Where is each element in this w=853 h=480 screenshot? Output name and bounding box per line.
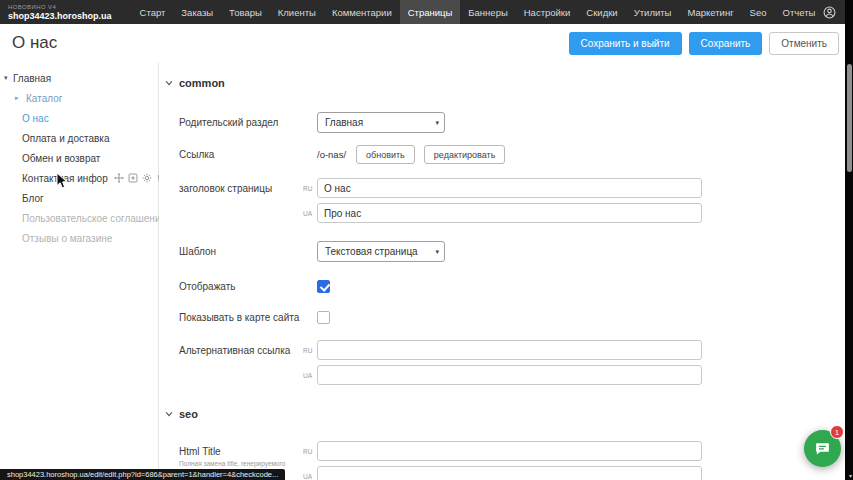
menu-item-marketing[interactable]: Маркетинг: [679, 0, 741, 24]
display-row: Отображать: [163, 280, 845, 293]
main-menu: Старт Заказы Товары Клиенты Комментарии …: [132, 0, 824, 24]
alt-link-ru-input[interactable]: [317, 340, 702, 360]
sitemap-checkbox[interactable]: [317, 311, 330, 324]
parent-section-row: Родительский раздел Главная ▾: [163, 112, 845, 133]
account-icon[interactable]: [823, 6, 836, 19]
html-title-hint: Полная замена title, генерируемого: [179, 460, 309, 468]
sidebar-item-katalog[interactable]: ▸ Каталог: [0, 88, 158, 108]
parent-section-select[interactable]: Главная ▾: [317, 112, 445, 133]
html-title-label: Html Title Полная замена title, генериру…: [163, 441, 317, 468]
menu-item-banners[interactable]: Баннеры: [460, 0, 515, 24]
link-row: Ссылка /o-nas/ обновить редактировать: [163, 145, 845, 164]
menu-item-seo[interactable]: Seo: [742, 0, 775, 24]
menu-item-pages[interactable]: Страницы: [400, 0, 461, 24]
section-common[interactable]: common: [165, 76, 845, 90]
chevron-down-icon[interactable]: ▾: [4, 74, 8, 82]
link-update-button[interactable]: обновить: [356, 145, 415, 164]
lang-ru-label: RU: [303, 448, 312, 455]
chevron-right-icon[interactable]: ▸: [15, 94, 19, 102]
sidebar-item-glavnaya[interactable]: ▾ Главная: [0, 68, 158, 88]
sidebar-item-label: Главная: [13, 73, 51, 84]
save-exit-button[interactable]: Сохранить и выйти: [569, 32, 682, 55]
sidebar-item-kontaktnaya-info[interactable]: Контактная инфор: [0, 168, 158, 188]
page-title-row: заголовок страницы RU UA: [163, 178, 845, 223]
sidebar-item-obmen-vozvrat[interactable]: Обмен и возврат: [0, 148, 158, 168]
sidebar-item-otzyvy[interactable]: Отзывы о магазине: [0, 228, 158, 248]
gear-icon[interactable]: [142, 173, 152, 183]
chat-unread-badge: 1: [830, 425, 844, 439]
sitemap-label: Показывать в карте сайта: [163, 312, 317, 323]
status-url-tooltip: shop34423.horoshop.ua/edit/edit.php?id=6…: [0, 469, 285, 480]
lang-ua-label: UA: [303, 473, 312, 480]
sidebar-item-o-nas[interactable]: О нас: [0, 108, 158, 128]
section-seo-label: seo: [179, 408, 198, 420]
sitemap-row: Показывать в карте сайта: [163, 311, 845, 324]
add-icon[interactable]: [128, 173, 138, 183]
menu-item-comments[interactable]: Комментарии: [324, 0, 400, 24]
section-common-label: common: [179, 77, 225, 89]
cancel-button[interactable]: Отменить: [769, 32, 839, 55]
page-edit-form: common Родительский раздел Главная ▾ Ссы…: [159, 62, 845, 480]
alt-link-label: Альтернативная ссылка: [163, 340, 317, 356]
link-label: Ссылка: [163, 149, 317, 160]
sidebar-item-label: Каталог: [26, 93, 62, 104]
pages-tree: ▾ Главная ▸ Каталог О нас Оплата и доста…: [0, 62, 158, 480]
section-seo[interactable]: seo: [165, 407, 845, 421]
menu-item-orders[interactable]: Заказы: [173, 0, 221, 24]
window-scrollbar: ▾: [845, 0, 853, 480]
link-edit-button[interactable]: редактировать: [424, 145, 506, 164]
scrollbar-thumb[interactable]: [847, 64, 852, 172]
sidebar-item-oplata-dostavka[interactable]: Оплата и доставка: [0, 128, 158, 148]
menu-item-reports[interactable]: Отчеты: [775, 0, 824, 24]
menu-item-start[interactable]: Старт: [132, 0, 174, 24]
scrollbar-down-icon[interactable]: ▾: [849, 472, 852, 479]
lang-ru-label: RU: [303, 185, 312, 192]
header-buttons: Сохранить и выйти Сохранить Отменить: [569, 32, 840, 55]
parent-section-value: Главная: [325, 117, 363, 128]
menu-item-settings[interactable]: Настройки: [516, 0, 579, 24]
display-checkbox[interactable]: [317, 280, 330, 293]
chat-launcher-button[interactable]: 1: [804, 430, 841, 467]
page-title-ru-input[interactable]: [317, 178, 702, 198]
chevron-down-icon: [165, 79, 173, 87]
menu-item-products[interactable]: Товары: [221, 0, 270, 24]
sidebar-item-label: Контактная инфор: [22, 173, 108, 184]
save-button[interactable]: Сохранить: [689, 32, 763, 55]
alt-link-ua-input[interactable]: [317, 365, 702, 385]
sidebar-item-label: Пользовательское соглашение: [22, 213, 166, 224]
chat-bubble-icon: [814, 440, 831, 457]
menu-item-discounts[interactable]: Скидки: [578, 0, 625, 24]
chevron-down-icon: [165, 410, 173, 418]
sidebar-item-label: Обмен и возврат: [22, 153, 100, 164]
sidebar-item-soglashenie[interactable]: Пользовательское соглашение: [0, 208, 158, 228]
logo-version-label: НОВОВИНО V4: [8, 4, 112, 11]
html-title-ua-input[interactable]: [317, 466, 702, 480]
link-value: /o-nas/: [317, 149, 346, 160]
html-title-ru-input[interactable]: [317, 441, 702, 461]
lang-ua-label: UA: [303, 210, 312, 217]
sidebar-item-blog[interactable]: Блог: [0, 188, 158, 208]
template-label: Шаблон: [163, 241, 317, 257]
tree-item-actions: [114, 173, 166, 183]
menu-item-utilities[interactable]: Утилиты: [626, 0, 680, 24]
app-root: { "topbar": { "logo_top": "НОВОВИНО V4",…: [0, 0, 853, 480]
sidebar-item-label: О нас: [22, 113, 49, 124]
alt-link-row: Альтернативная ссылка RU UA: [163, 340, 845, 385]
lang-ru-label: RU: [303, 347, 312, 354]
move-icon[interactable]: [114, 173, 124, 183]
sidebar-item-label: Блог: [22, 193, 44, 204]
page-title-label: заголовок страницы: [163, 178, 317, 194]
shop-domain: shop34423.horoshop.ua: [8, 11, 112, 21]
menu-item-clients[interactable]: Клиенты: [270, 0, 324, 24]
chevron-down-icon: ▾: [435, 248, 439, 256]
page-title: О нас: [12, 33, 57, 53]
template-select[interactable]: Текстовая страница ▾: [317, 241, 445, 262]
shop-logo[interactable]: НОВОВИНО V4 shop34423.horoshop.ua: [0, 0, 120, 24]
page-title-ua-input[interactable]: [317, 203, 702, 223]
page-header: О нас Сохранить и выйти Сохранить Отмени…: [0, 24, 845, 62]
sidebar-item-label: Оплата и доставка: [22, 133, 109, 144]
lang-ua-label: UA: [303, 372, 312, 379]
topbar: НОВОВИНО V4 shop34423.horoshop.ua Старт …: [0, 0, 853, 24]
template-row: Шаблон Текстовая страница ▾: [163, 241, 845, 262]
chevron-down-icon: ▾: [435, 119, 439, 127]
